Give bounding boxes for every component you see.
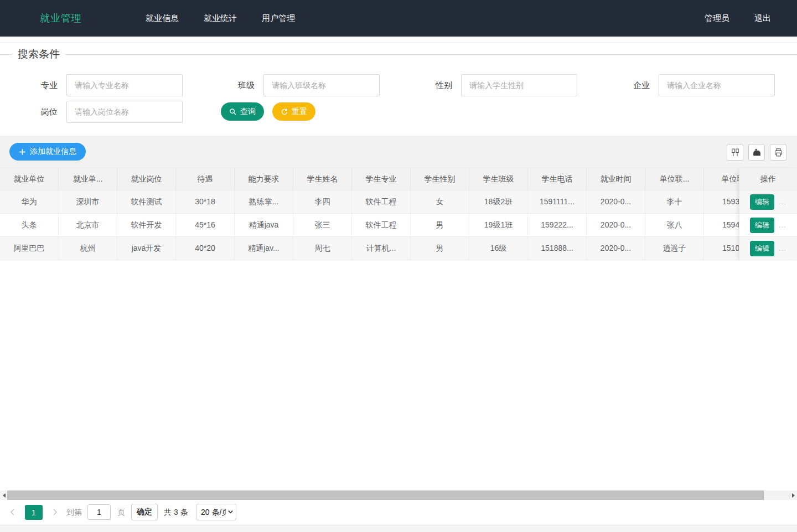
cell-address: 北京市 xyxy=(59,214,117,236)
cell-employment-time: 2020-0... xyxy=(587,237,645,260)
field-post: 岗位 xyxy=(0,101,183,123)
col-header-student-gender[interactable]: 学生性别 xyxy=(411,168,469,190)
cell-salary: 45*16 xyxy=(176,214,235,236)
query-button[interactable]: 查询 xyxy=(221,102,264,121)
horizontal-scrollbar[interactable] xyxy=(0,490,797,500)
col-header-unit-contact[interactable]: 单位联... xyxy=(645,168,704,190)
add-employment-label: 添加就业信息 xyxy=(30,147,76,157)
nav-item-employment-stats[interactable]: 就业统计 xyxy=(204,0,237,37)
nav-item-admin[interactable]: 管理员 xyxy=(705,0,729,37)
col-header-student-class[interactable]: 学生班级 xyxy=(469,168,528,190)
more-actions-button[interactable]: ... xyxy=(779,198,786,206)
field-company: 企业 xyxy=(592,74,775,96)
reset-button-label: 重置 xyxy=(292,107,307,117)
cell-post: java开发 xyxy=(117,237,176,260)
cell-student-class: 18级2班 xyxy=(469,190,528,213)
col-header-employment-time[interactable]: 就业时间 xyxy=(587,168,645,190)
col-header-post[interactable]: 就业岗位 xyxy=(117,168,176,190)
edit-button[interactable]: 编辑 xyxy=(750,241,774,256)
cell-student-gender: 男 xyxy=(411,214,469,236)
table-toolbar: 添加就业信息 xyxy=(0,136,797,168)
page: 就业管理 就业信息 就业统计 用户管理 管理员 退出 搜索条件 专业 班级 性别… xyxy=(0,0,797,532)
page-size-select-wrap: 20 条/页 xyxy=(196,504,236,520)
table-row[interactable]: 华为 深圳市 软件测试 30*18 熟练掌... 李四 软件工程 女 18级2班… xyxy=(0,190,763,214)
cell-student-phone: 159222... xyxy=(528,214,587,236)
cell-salary: 40*20 xyxy=(176,237,235,260)
nav-item-user-management[interactable]: 用户管理 xyxy=(262,0,295,37)
columns-toggle-button[interactable] xyxy=(727,144,743,161)
nav-item-logout[interactable]: 退出 xyxy=(754,0,771,37)
cell-student-gender: 女 xyxy=(411,190,469,213)
triangle-left-icon xyxy=(3,493,6,498)
page-size-select[interactable]: 20 条/页 xyxy=(196,504,236,520)
total-count-label: 共 3 条 xyxy=(164,500,188,525)
prev-page-icon[interactable] xyxy=(9,508,17,516)
pagination-bar: 1 到第 页 确定 共 3 条 20 条/页 xyxy=(0,500,797,525)
nav-item-employment-info[interactable]: 就业信息 xyxy=(146,0,179,37)
cell-student-name: 张三 xyxy=(293,214,352,236)
cell-unit: 头条 xyxy=(0,214,59,236)
scroll-left-arrow[interactable] xyxy=(0,490,8,500)
field-gender: 性别 xyxy=(395,74,577,96)
app-title: 就业管理 xyxy=(40,0,82,37)
scroll-right-arrow[interactable] xyxy=(789,490,797,500)
field-major: 专业 xyxy=(0,74,183,96)
edit-button[interactable]: 编辑 xyxy=(750,194,774,210)
print-button[interactable] xyxy=(770,144,786,161)
cell-employment-time: 2020-0... xyxy=(587,190,645,213)
major-input[interactable] xyxy=(66,74,183,96)
company-label: 企业 xyxy=(592,80,650,91)
cell-student-class: 16级 xyxy=(469,237,528,260)
cell-unit: 华为 xyxy=(0,190,59,213)
next-page-icon[interactable] xyxy=(51,508,59,516)
more-actions-button[interactable]: ... xyxy=(779,221,786,229)
company-input[interactable] xyxy=(659,74,775,96)
table-header-row: 就业单位 就业单... 就业岗位 待遇 能力要求 学生姓名 学生专业 学生性别 … xyxy=(0,168,763,190)
goto-page-input[interactable] xyxy=(87,504,111,520)
current-page-button[interactable]: 1 xyxy=(25,505,43,520)
export-button[interactable] xyxy=(748,144,765,161)
cell-unit-contact: 李十 xyxy=(645,190,704,213)
reset-button[interactable]: 重置 xyxy=(272,102,315,121)
cell-address: 杭州 xyxy=(59,237,117,260)
gender-label: 性别 xyxy=(395,80,452,91)
cell-ability: 精通jav... xyxy=(235,237,293,260)
query-button-label: 查询 xyxy=(240,107,256,117)
goto-confirm-button[interactable]: 确定 xyxy=(131,504,158,520)
plus-icon xyxy=(19,148,26,156)
columns-icon xyxy=(731,148,740,157)
col-header-employment-unit[interactable]: 就业单位 xyxy=(0,168,59,190)
navbar: 就业管理 就业信息 就业统计 用户管理 管理员 退出 xyxy=(0,0,797,37)
more-actions-button[interactable]: ... xyxy=(779,244,786,252)
class-input[interactable] xyxy=(263,74,380,96)
major-label: 专业 xyxy=(0,80,58,91)
gender-input[interactable] xyxy=(461,74,577,96)
scrollbar-thumb[interactable] xyxy=(7,490,764,500)
cell-unit: 阿里巴巴 xyxy=(0,237,59,260)
search-icon xyxy=(229,108,237,116)
col-header-unit-address[interactable]: 就业单... xyxy=(59,168,117,190)
cell-student-major: 计算机... xyxy=(352,237,411,260)
cell-student-name: 李四 xyxy=(293,190,352,213)
add-employment-button[interactable]: 添加就业信息 xyxy=(9,143,86,161)
col-header-salary[interactable]: 待遇 xyxy=(176,168,235,190)
cell-ability: 熟练掌... xyxy=(235,190,293,213)
col-header-student-name[interactable]: 学生姓名 xyxy=(293,168,352,190)
table-row[interactable]: 头条 北京市 软件开发 45*16 精通java 张三 软件工程 男 19级1班… xyxy=(0,214,763,237)
search-actions: 查询 重置 xyxy=(221,102,315,121)
post-input[interactable] xyxy=(66,101,183,123)
refresh-icon xyxy=(281,108,288,116)
cell-post: 软件开发 xyxy=(117,214,176,236)
edit-button[interactable]: 编辑 xyxy=(750,218,774,233)
col-header-student-phone[interactable]: 学生电话 xyxy=(528,168,587,190)
table-row[interactable]: 阿里巴巴 杭州 java开发 40*20 精通jav... 周七 计算机... … xyxy=(0,237,763,260)
footer-strip xyxy=(0,525,797,532)
col-header-student-major[interactable]: 学生专业 xyxy=(352,168,411,190)
search-section-title: 搜索条件 xyxy=(12,47,65,61)
cell-student-class: 19级1班 xyxy=(469,214,528,236)
legend-divider xyxy=(0,54,797,55)
content-top-divider xyxy=(0,42,797,43)
operations-fixed-column: 操作 编辑 ... 编辑 ... 编辑 ... xyxy=(739,168,797,261)
export-icon xyxy=(752,148,762,157)
col-header-ability[interactable]: 能力要求 xyxy=(235,168,293,190)
